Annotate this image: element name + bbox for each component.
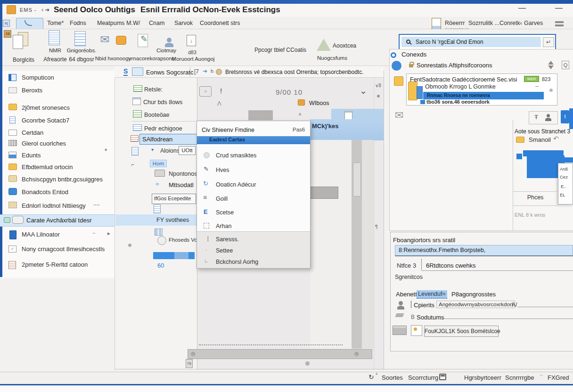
hamburger-icon[interactable] bbox=[555, 21, 564, 23]
menu-item-home[interactable]: Tome* bbox=[47, 20, 64, 26]
menu-item-eadesl[interactable]: Eadesl Cartas bbox=[209, 137, 245, 142]
folder-item-npontonos[interactable]: Npontonos bbox=[169, 171, 197, 177]
forward-arrow-icon[interactable]: ➜ bbox=[203, 68, 207, 74]
folder-selected-label[interactable]: SAlfodrean bbox=[142, 136, 172, 143]
app-menu-icon[interactable]: B] bbox=[3, 20, 10, 27]
menu-right-garves[interactable]: Garves bbox=[524, 20, 543, 26]
pin-icon[interactable]: Ŧ bbox=[534, 114, 538, 121]
arrow-icon[interactable]: ► bbox=[106, 231, 111, 236]
minimize-button[interactable]: — bbox=[518, 4, 526, 12]
chevron-down-icon[interactable]: ⌄ bbox=[360, 85, 367, 96]
restore-button[interactable]: — bbox=[555, 4, 563, 12]
undo-icon[interactable]: [7 bbox=[194, 68, 199, 75]
aloions-label[interactable]: Aloions! bbox=[160, 147, 181, 154]
ribbon-label-moruoort[interactable]: Moruoort Auongoj bbox=[170, 56, 217, 62]
sidebar-item-glerol[interactable]: Glerol cuorlches bbox=[22, 140, 66, 147]
menu-right-roeerrr[interactable]: Röeerrr bbox=[445, 20, 465, 26]
sidebar-item-bchsiscpgyn[interactable]: Bchsiscpgyn bntbr,gcsuiggres bbox=[22, 176, 103, 183]
calendar-icon[interactable] bbox=[439, 374, 446, 380]
sidebar-item-certdan[interactable]: Certdan bbox=[22, 129, 43, 136]
smanoil-label[interactable]: Smanoil bbox=[529, 136, 551, 143]
menu-item-mw[interactable]: M.W/ bbox=[126, 20, 140, 26]
knob-icon[interactable]: ◎ bbox=[354, 351, 359, 357]
form-label4-highlight[interactable]: Levenduf= bbox=[417, 290, 447, 299]
status-hgrsbyrtceerr[interactable]: Hgrsbyrtceerr bbox=[464, 374, 501, 381]
h-icon[interactable]: h bbox=[211, 68, 213, 74]
window-icon[interactable] bbox=[132, 67, 143, 76]
gray-input-box[interactable] bbox=[310, 187, 338, 199]
menu-item-scetse[interactable]: Scetse bbox=[216, 209, 234, 216]
copy-pages-icon[interactable] bbox=[13, 35, 23, 49]
ribbon-label-ppcogr[interactable]: Ppcogr tbief CCoatis bbox=[254, 47, 311, 53]
pyramid-icon[interactable] bbox=[317, 39, 331, 51]
reply-arrow-icon[interactable]: ↶ bbox=[553, 135, 559, 142]
ribbon-label-ciotmay[interactable]: Ciotmay bbox=[154, 48, 179, 53]
menu-item-settee[interactable]: Settee bbox=[216, 247, 233, 254]
sidebar-item-2j0met[interactable]: 2j0met sronesecs bbox=[22, 104, 70, 111]
ribbon-label-aooxtcea[interactable]: Aooxtcea bbox=[333, 42, 356, 49]
menu-right-conretk[interactable]: Conretk‹ bbox=[499, 20, 522, 26]
folder-item-churbds[interactable]: Chur bds 8ows bbox=[143, 99, 182, 106]
nav-arrows-icon[interactable]: ‹ ➜ bbox=[41, 7, 49, 13]
menu-item-ooaticn[interactable]: Ooaticn Adécur bbox=[216, 181, 256, 188]
sidebar-item-ednlorl[interactable]: Ednlorl lodtnol Nttiiesgy bbox=[22, 202, 86, 209]
envelope-icon[interactable]: ✉ bbox=[100, 33, 109, 46]
status-scorrcturrg[interactable]: Scorrcturrg bbox=[408, 374, 438, 381]
search-side-button[interactable]: ↵ bbox=[543, 37, 554, 47]
menu-item-cnam[interactable]: Cnam bbox=[149, 20, 164, 26]
folder-item-pedr[interactable]: Pedr echigooe bbox=[144, 125, 182, 132]
hom-chip[interactable]: Hom bbox=[150, 160, 167, 167]
uott-button[interactable]: UOtt bbox=[179, 146, 196, 155]
dropdown-arrow-icon[interactable]: ▾ bbox=[151, 147, 154, 152]
push-button[interactable]: t bbox=[561, 110, 569, 123]
sidebar-item-efbdtemlud[interactable]: Efbdtemlud ortocin bbox=[22, 163, 73, 171]
form-value2[interactable]: 6Rtdtcons cwehks bbox=[426, 262, 476, 269]
scrollbar-thumb[interactable] bbox=[353, 163, 361, 196]
form-value5[interactable]: Angéoodwvrnyabvosrcoxrkdorl bbox=[436, 301, 515, 308]
sidebar-item-2pmeter[interactable]: 2pmeter 5-Rerltd catoon bbox=[22, 261, 88, 268]
q-button[interactable]: Q bbox=[562, 61, 569, 69]
sidebar-item-carate[interactable]: Carate Avchâxrbál tdesr bbox=[26, 217, 92, 224]
status-scnrrrrgbe[interactable]: Scnrrrrgbe bbox=[505, 374, 534, 381]
attach-button[interactable]: FouKJGL1K 5oos Bométslcoe bbox=[424, 326, 499, 337]
menu-item-bckchorsl[interactable]: Bckchorsl Aorhg bbox=[216, 259, 258, 265]
form-label6[interactable]: Sodutums bbox=[417, 314, 444, 321]
person-icon[interactable] bbox=[167, 38, 172, 42]
camera-box-icon[interactable]: ○ bbox=[199, 86, 212, 97]
menu-item-saresss[interactable]: Saresss. bbox=[216, 236, 239, 243]
monitor-icon[interactable] bbox=[393, 326, 407, 335]
sidebar-item-nony[interactable]: Nony crnagcoot 8mesihcecstls bbox=[22, 245, 105, 253]
folder-item-booteoae[interactable]: Booteöae bbox=[144, 112, 170, 118]
menu-item-sarvok[interactable]: Sarvok bbox=[174, 20, 193, 26]
mail-doc-icon[interactable] bbox=[49, 30, 60, 45]
sidebar-item-edunts[interactable]: Edunts bbox=[22, 152, 41, 159]
menu-item-shieenv[interactable]: Civ Shieenv Fmdine bbox=[202, 127, 254, 133]
menu-item-arhan[interactable]: Arhan bbox=[216, 223, 231, 229]
status-soortes[interactable]: Soortes bbox=[382, 374, 403, 381]
menu-item-coordonett[interactable]: Coordonett strs bbox=[200, 20, 240, 26]
checklist-icon[interactable] bbox=[74, 31, 86, 46]
toolbar-s-icon[interactable]: S bbox=[123, 67, 128, 76]
small-orange-icon[interactable]: 1B bbox=[4, 30, 11, 38]
places-button[interactable]: Phces bbox=[513, 194, 558, 201]
tab-mckkes[interactable]: MCk)'kes bbox=[312, 122, 339, 130]
refresh-icon[interactable]: ↻ bbox=[368, 373, 374, 381]
ribbon-label-vrnacorekorapsono[interactable]: vrnacorekorapsono bbox=[127, 56, 176, 61]
sidebar-item-bonadcots[interactable]: Bonadcots Entod bbox=[22, 188, 68, 196]
menu-item-fodns[interactable]: Fodns bbox=[70, 20, 86, 26]
folder-item-mttsodatl[interactable]: Mttsodatl bbox=[169, 181, 194, 188]
folder-input-value[interactable]: IfGos Ecepedite bbox=[154, 196, 191, 201]
toolbar-label[interactable]: Eonws Sogcsratc bbox=[146, 69, 193, 76]
contact-person-icon[interactable] bbox=[547, 114, 550, 117]
folder-item-retsle[interactable]: Retsle: bbox=[144, 86, 163, 93]
collapse-icon[interactable]: ~ bbox=[92, 230, 95, 236]
contacts-subheader[interactable]: Sonrestatis Aftiphsifcoroons bbox=[417, 62, 492, 69]
sidebar-item-somputicon[interactable]: Somputicon bbox=[22, 74, 54, 81]
report-doc-icon[interactable] bbox=[432, 18, 441, 30]
sidebar-item-gconrbe[interactable]: Gconrbe Sotacb7 bbox=[22, 117, 69, 124]
card-selected-text[interactable]: Rnmac Rnoesa ne roenwvra bbox=[427, 93, 490, 98]
menu-item-hves[interactable]: Hves bbox=[216, 167, 229, 173]
menu-right-sozrrulitk[interactable]: Sozrrulitk ... bbox=[468, 20, 499, 26]
search-value[interactable]: Sarco N 'rgcEal Ond Emon bbox=[416, 39, 483, 45]
folder-item-fhoseds[interactable]: Fhoseds Voy bbox=[169, 237, 200, 243]
